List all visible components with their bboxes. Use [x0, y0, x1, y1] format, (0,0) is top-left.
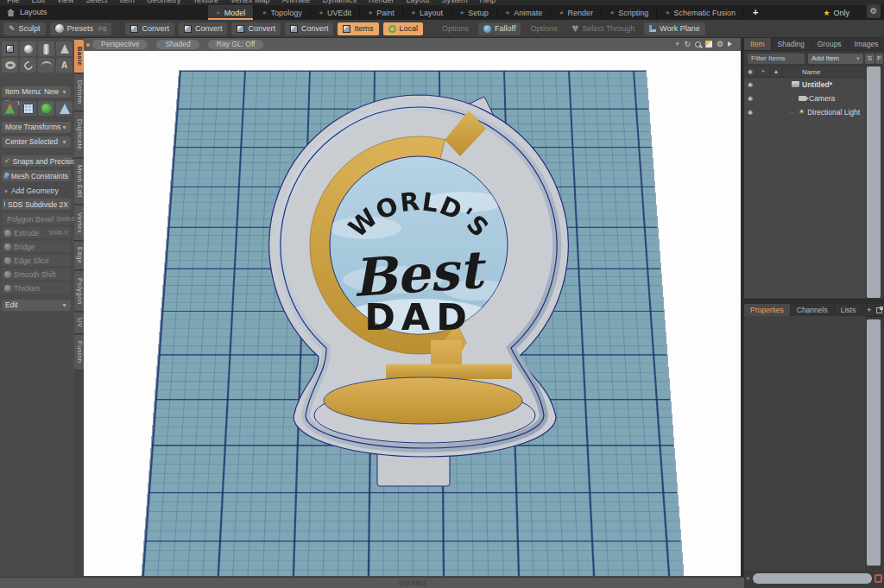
presets-button[interactable]: PresetsF6	[50, 22, 112, 35]
curve-tool-button[interactable]	[38, 58, 54, 73]
gear-icon[interactable]: ⚙	[717, 40, 723, 48]
tab-model[interactable]: ★Model	[208, 5, 255, 20]
vtab-deform[interactable]: Deform	[74, 74, 84, 111]
menu-item[interactable]: Item	[119, 0, 135, 4]
add-tab-button[interactable]: +	[744, 5, 767, 20]
tab-channels[interactable]: Channels	[791, 304, 835, 316]
tab-schematic-fusion[interactable]: ★Schematic Fusion	[657, 5, 744, 20]
3d-viewport[interactable]: Perspective Shaded Ray GL: Off + ↻ ⚙	[84, 38, 741, 576]
text-tool-button[interactable]: A	[56, 58, 73, 73]
menu-animate[interactable]: Animate	[281, 0, 310, 4]
edge-slice-button[interactable]: Edge Slice	[2, 255, 71, 266]
select-through-button[interactable]: Select Through	[566, 22, 640, 35]
properties-scrollbar[interactable]	[866, 319, 881, 566]
zoom-icon[interactable]	[695, 41, 701, 47]
perspective-selector[interactable]: Perspective	[92, 40, 148, 49]
tree-row-directional-light[interactable]: ◉ → ☀ Directional Light	[744, 105, 865, 118]
only-toggle[interactable]: ★ Only	[823, 5, 849, 20]
tab-animate[interactable]: ★Animate	[497, 5, 551, 20]
raygl-selector[interactable]: Ray GL: Off	[208, 40, 264, 49]
local-axis-button[interactable]: Local	[383, 22, 424, 35]
item-tree-scrollbar[interactable]	[866, 66, 881, 298]
triple-item-button[interactable]	[56, 101, 73, 116]
capsule-primitive-button[interactable]	[20, 58, 36, 73]
menu-geometry[interactable]: Geometry	[147, 0, 181, 4]
falloff-button[interactable]: Falloff	[478, 22, 521, 35]
vtab-polygon[interactable]: Polygon	[74, 271, 84, 312]
vtab-vertex[interactable]: Vertex	[74, 205, 84, 241]
tab-properties[interactable]: Properties	[744, 304, 791, 316]
smooth-shift-button[interactable]: Smooth Shift	[2, 269, 71, 280]
tab-shading[interactable]: Shading	[772, 38, 811, 50]
tab-render[interactable]: ★Render	[551, 5, 602, 20]
menu-view[interactable]: View	[57, 0, 73, 4]
convert-button-2[interactable]: Convert	[179, 22, 228, 35]
tab-images[interactable]: Images	[849, 38, 884, 50]
tab-setup[interactable]: ★Setup	[451, 5, 497, 20]
cube-primitive-button[interactable]	[2, 41, 18, 56]
sculpt-button[interactable]: ✎Sculpt	[3, 22, 46, 35]
rotate-icon[interactable]: ↻	[684, 40, 691, 48]
tab-groups[interactable]: Groups	[811, 38, 849, 50]
viewport-canvas[interactable]: WORLD'S Best DAD	[84, 51, 741, 576]
instance-item-button[interactable]	[38, 101, 54, 116]
tab-uvedit[interactable]: ★UVEdit	[311, 5, 360, 20]
convert-button-1[interactable]: Convert	[125, 22, 174, 35]
tab-item-list[interactable]: Item ...	[744, 38, 772, 50]
tab-topology[interactable]: ★Topology	[254, 5, 310, 20]
menu-render[interactable]: Render	[369, 0, 395, 4]
item-menu-dropdown[interactable]: Item Menu: New Item▼	[2, 86, 71, 98]
torus-primitive-button[interactable]	[2, 58, 18, 73]
vtab-basic[interactable]: Basic	[74, 40, 84, 73]
sphere-primitive-button[interactable]	[20, 41, 36, 56]
shading-selector[interactable]: Shaded	[156, 40, 199, 49]
pan-icon[interactable]: +	[675, 40, 679, 48]
vtab-edge[interactable]: Edge	[74, 242, 84, 270]
thicken-button[interactable]: Thicken	[2, 282, 71, 294]
globe-cutter-model[interactable]: WORLD'S Best DAD	[263, 74, 591, 519]
edit-dropdown[interactable]: Edit▼	[2, 300, 71, 311]
tree-row-camera[interactable]: ◉ → Camera	[744, 92, 865, 104]
hot-corner-dot[interactable]	[86, 43, 90, 47]
options-button-1[interactable]: Options	[437, 22, 474, 35]
snaps-precision-button[interactable]: ✔Snaps and Precision	[2, 155, 71, 167]
home-icon[interactable]	[7, 9, 15, 16]
cylinder-primitive-button[interactable]	[38, 41, 54, 56]
tab-scripting[interactable]: ★Scripting	[602, 5, 657, 20]
search-mode-button[interactable]: S	[865, 54, 875, 64]
menu-vertex-map[interactable]: Vertex Map	[230, 0, 270, 4]
eye-icon[interactable]: ◉	[744, 81, 756, 88]
menu-texture[interactable]: Texture	[193, 0, 218, 4]
sds-subdivide-button[interactable]: SDS Subdivide 2X	[2, 199, 71, 210]
more-transforms-dropdown[interactable]: More Transforms▼	[2, 122, 71, 133]
cone-primitive-button[interactable]	[56, 41, 73, 56]
filter-items-input[interactable]: Filter Items	[748, 54, 805, 64]
menu-layout[interactable]: Layout	[407, 0, 430, 4]
extrude-button[interactable]: ExtrudeShift-X	[2, 227, 71, 238]
menu-dynamics[interactable]: Dynamics	[323, 0, 357, 4]
menu-system[interactable]: System	[442, 0, 468, 4]
eye-icon[interactable]: ◉	[744, 95, 756, 102]
menu-help[interactable]: Help	[480, 0, 496, 4]
mesh-item-button[interactable]	[20, 101, 36, 116]
items-mode-button[interactable]: Items	[338, 22, 378, 35]
gear-icon[interactable]: ⚙	[867, 4, 881, 18]
menu-edit[interactable]: Edit	[32, 0, 46, 4]
tab-lists[interactable]: Lists	[835, 304, 862, 316]
expand-arrow-icon[interactable]	[728, 41, 732, 47]
menu-file[interactable]: File	[7, 0, 20, 4]
popout-icon[interactable]	[876, 307, 882, 313]
menu-select[interactable]: Select	[85, 0, 107, 4]
layouts-menu[interactable]: Layouts	[20, 5, 47, 20]
vtab-mesh-edit[interactable]: Mesh Edit	[74, 159, 84, 205]
locator-item-button[interactable]	[2, 101, 18, 116]
command-history-icon[interactable]	[875, 574, 882, 583]
vtab-fusion[interactable]: Fusion	[74, 335, 84, 370]
options-button-2[interactable]: Options	[525, 22, 562, 35]
center-selected-dropdown[interactable]: Center Selected▼	[2, 136, 71, 148]
add-item-dropdown[interactable]: Add Item▼	[808, 54, 863, 64]
convert-button-4[interactable]: Convert	[285, 22, 334, 35]
tab-layout[interactable]: ★Layout	[403, 5, 451, 20]
polygon-bevel-button[interactable]: Polygon BevelShift-B	[2, 213, 71, 224]
convert-button-3[interactable]: Convert	[231, 22, 281, 35]
